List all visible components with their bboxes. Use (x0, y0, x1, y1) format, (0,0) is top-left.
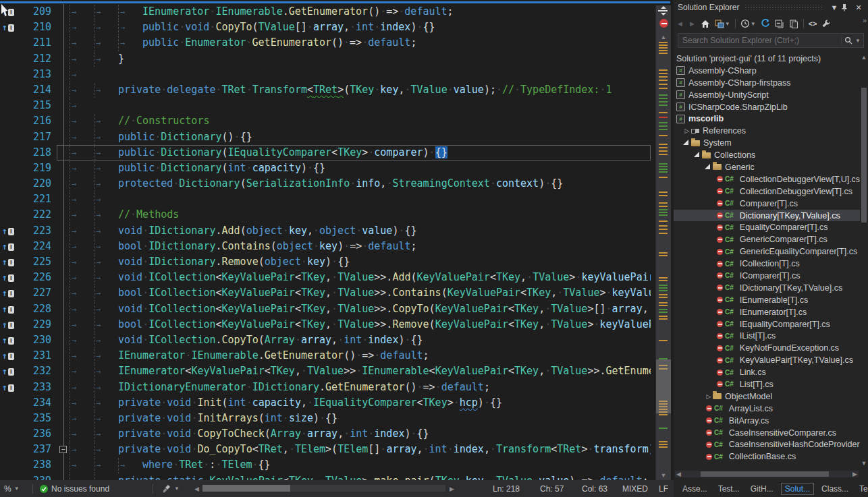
code-line-233[interactable]: ↑I233→→IDictionaryEnumerator·IDictionary… (0, 380, 651, 395)
collapse-region-button[interactable]: − (59, 446, 67, 453)
expander-closed-icon[interactable]: ▷ (705, 393, 713, 400)
show-all-files-button[interactable] (789, 20, 798, 28)
collapse-all-button[interactable] (775, 20, 784, 28)
tree-item-keynotfoundexception-cs[interactable]: C#KeyNotFoundException.cs (674, 342, 860, 354)
tree-item-arraylist-cs[interactable]: C#ArrayList.cs (674, 403, 860, 415)
glyph-margin[interactable] (0, 160, 18, 176)
tree-item-icollection-t-cs[interactable]: C#ICollection[T].cs (674, 258, 860, 270)
outlining-margin[interactable] (57, 473, 70, 480)
glyph-margin[interactable] (0, 129, 18, 145)
tree-item-references[interactable]: ▷References (674, 125, 860, 137)
solution-search-box[interactable]: ▼ (678, 33, 864, 48)
outlining-margin[interactable] (57, 20, 70, 35)
scroll-down-arrow-icon[interactable]: ▼ (656, 472, 671, 479)
code-line-220[interactable]: 220→→protected·Dictionary(SerializationI… (0, 176, 651, 192)
tree-item-genericcomparer-t-cs[interactable]: C#GenericComparer[T].cs (674, 233, 860, 245)
code-line-218[interactable]: 218→→public·Dictionary(IEqualityComparer… (0, 145, 651, 160)
document-error-badge-icon[interactable] (659, 19, 668, 28)
outlining-margin[interactable] (57, 4, 70, 20)
implements-arrow-icon[interactable]: ↑ (2, 257, 7, 267)
panel-title-bar[interactable]: Solution Explorer ▼ ✕ (674, 0, 868, 15)
glyph-margin[interactable] (0, 442, 18, 457)
outlining-margin[interactable] (57, 176, 70, 192)
glyph-margin[interactable] (0, 145, 18, 160)
editor-vertical-scrollbar[interactable]: ▲ ▼ (655, 5, 671, 480)
outlining-margin[interactable] (57, 426, 70, 442)
panel-tab-tea[interactable]: Tea... (856, 484, 868, 494)
expander-open-icon[interactable] (683, 140, 688, 145)
outlining-margin[interactable] (57, 254, 70, 270)
code-line-213[interactable]: 213→ (0, 67, 651, 82)
encoding-indicator[interactable]: MIXED (622, 480, 648, 497)
code-line-238[interactable]: 238→→→where·TRet·:·TElem·{} (0, 457, 651, 473)
code-line-210[interactable]: ↑I210→→→public·void·CopyTo(TValue[]·arra… (0, 20, 651, 35)
glyph-margin[interactable] (0, 51, 18, 67)
tree-item-bitarray-cs[interactable]: C#BitArray.cs (674, 415, 860, 427)
outlining-margin[interactable] (57, 129, 70, 145)
outlining-margin[interactable] (57, 457, 70, 473)
outlining-margin[interactable] (57, 67, 70, 82)
outlining-margin[interactable] (57, 363, 70, 379)
tree-item-mscorlib[interactable]: #mscorlib (674, 113, 860, 125)
code-line-237[interactable]: 237−→→private·void·Do_CopyTo<TRet,·TElem… (0, 442, 651, 457)
tree-item-ienumerator-t-cs[interactable]: C#IEnumerator[T].cs (674, 306, 860, 318)
panel-tab-gith[interactable]: GitH... (747, 484, 777, 494)
tree-item-generic[interactable]: Generic (674, 161, 860, 173)
glyph-margin[interactable] (0, 395, 18, 411)
code-line-222[interactable]: 222→→//·Methods (0, 207, 651, 223)
code-line-223[interactable]: ↑I223→→void·IDictionary.Add(object·key,·… (0, 223, 651, 239)
glyph-margin[interactable] (0, 207, 18, 223)
implements-arrow-icon[interactable]: ↑ (2, 320, 7, 330)
implements-arrow-icon[interactable]: ↑ (2, 226, 7, 236)
search-input[interactable] (678, 36, 841, 45)
tree-item-icomparer-t-cs[interactable]: C#IComparer[T].cs (674, 270, 860, 282)
code-line-226[interactable]: ↑I226→→void·ICollection<KeyValuePair<TKe… (0, 270, 651, 285)
cleanup-control[interactable]: ▼ (162, 480, 180, 497)
h-scroll-left[interactable]: ◀ (194, 480, 199, 497)
code-line-216[interactable]: 216→→//·Constructors (0, 113, 651, 129)
glyph-margin[interactable]: ↑I (0, 363, 18, 379)
tree-item-equalitycomparer-t-cs[interactable]: C#EqualityComparer[T].cs (674, 221, 860, 233)
outlining-margin[interactable] (57, 113, 70, 129)
code-line-234[interactable]: 234→→private·void·Init(int·capacity,·IEq… (0, 395, 651, 411)
panel-tab-solut[interactable]: Solut... (781, 483, 814, 495)
tree-item-comparer-t-cs[interactable]: C#Comparer[T].cs (674, 198, 860, 210)
scrollbar-thumb[interactable] (656, 359, 671, 413)
outlining-margin[interactable] (57, 160, 70, 176)
glyph-margin[interactable]: ↑I (0, 223, 18, 239)
drag-grip[interactable] (744, 5, 822, 10)
expander-open-icon[interactable] (705, 164, 710, 169)
properties-button[interactable] (821, 19, 831, 28)
tree-item-genericequalitycomparer-t-cs[interactable]: C#GenericEqualityComparer[T].cs (674, 245, 860, 258)
outlining-margin[interactable] (57, 317, 70, 332)
glyph-margin[interactable] (0, 35, 18, 51)
code-line-215[interactable]: 215→ (0, 98, 651, 113)
implements-arrow-icon[interactable]: ↑ (2, 351, 7, 361)
code-line-235[interactable]: 235→→private·void·InitArrays(int·size)·{… (0, 411, 651, 426)
code-line-217[interactable]: 217→→public·Dictionary()·{} (0, 129, 651, 145)
chevron-down-icon[interactable]: ▼ (855, 38, 863, 44)
outlining-margin[interactable] (57, 192, 70, 207)
home-button[interactable] (701, 20, 710, 28)
zoom-control[interactable]: % ▼ (4, 480, 20, 497)
tree-item-link-cs[interactable]: C#Link.cs (674, 366, 860, 378)
sync-with-active-document-button[interactable]: ▼ (715, 20, 730, 28)
code-line-229[interactable]: ↑I229→→bool·ICollection<KeyValuePair<TKe… (0, 317, 651, 332)
implements-arrow-icon[interactable]: ↑ (2, 22, 7, 32)
tree-item-collections[interactable]: Collections (674, 149, 860, 161)
view-code-button[interactable]: <> (809, 20, 817, 28)
outlining-margin[interactable] (57, 239, 70, 254)
expander-closed-icon[interactable]: ▷ (683, 127, 691, 134)
code-editor[interactable]: ↑I209→→→IEnumerator·IEnumerable.GetEnume… (0, 0, 674, 480)
back-button[interactable]: ◄ (676, 20, 684, 28)
tree-horizontal-scrollbar[interactable]: ◀ ▶ (675, 471, 859, 477)
tree-item-dictionary-tkey-tvalue-cs[interactable]: C#Dictionary[TKey,TValue].cs (674, 210, 860, 222)
scrollbar-thumb[interactable] (701, 471, 829, 477)
code-line-211[interactable]: 211→→→public·Enumerator·GetEnumerator()·… (0, 35, 651, 51)
outlining-margin[interactable]: − (57, 442, 70, 457)
tree-item-caseinsensitivehashcodeprovider-cs[interactable]: C#CaseInsensitiveHashCodeProvider.cs (674, 439, 860, 451)
implements-arrow-icon[interactable]: ↑ (2, 304, 7, 314)
close-button[interactable]: ✕ (853, 3, 864, 12)
code-line-221[interactable]: 221→→ (0, 192, 651, 207)
outlining-margin[interactable] (57, 301, 70, 317)
